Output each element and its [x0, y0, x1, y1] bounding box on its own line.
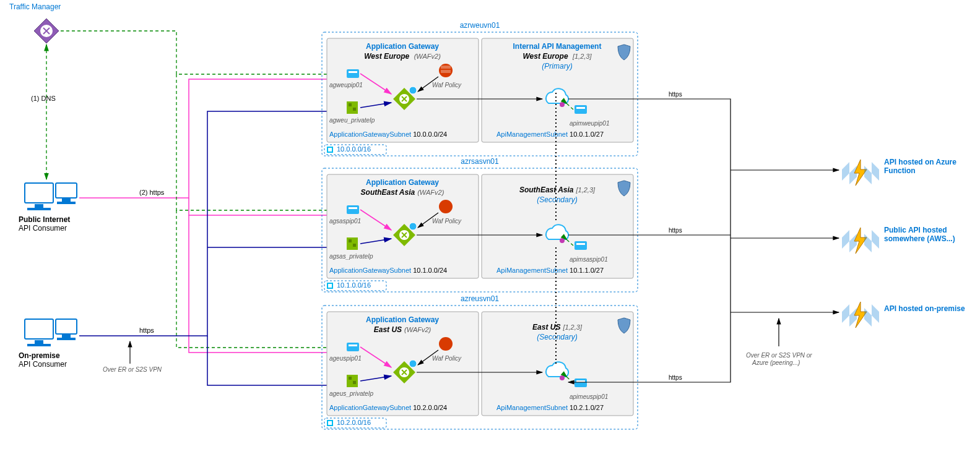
apim-subnet-cidr: 10.1.1.0/27: [570, 267, 604, 274]
apim-role: (Primary): [542, 62, 572, 71]
appgw-subnet-cidr: 10.1.0.0/24: [413, 267, 447, 274]
svg-point-78: [560, 375, 565, 380]
appgw-privateip: agsas_privateIp: [329, 253, 373, 260]
appgw-subnet-label: ApplicationGatewaySubnet: [329, 404, 411, 411]
svg-marker-87: [864, 304, 879, 327]
svg-rect-70: [353, 381, 356, 384]
svg-rect-35: [575, 105, 587, 114]
svg-point-73: [409, 360, 417, 367]
waf-icon: [439, 200, 453, 213]
svg-rect-4: [35, 204, 43, 208]
svg-rect-41: [328, 284, 332, 288]
appgw-region: SouthEast Asia: [361, 188, 415, 197]
svg-text:East US[1,2,3]: East US[1,2,3]: [532, 323, 583, 331]
svg-rect-24: [353, 108, 356, 111]
apim-zones: [1,2,3]: [562, 323, 583, 331]
https-right-1: https: [669, 91, 682, 98]
appgw-subnet-label: ApplicationGatewaySubnet: [329, 130, 411, 138]
appgw-title: Application Gateway: [366, 315, 439, 324]
function-icon: [842, 160, 879, 186]
svg-text:ApplicationGatewaySubnet 10.2.: ApplicationGatewaySubnet 10.2.0.0/24: [329, 404, 447, 411]
svg-rect-5: [27, 208, 51, 210]
vnet-cidr: 10.2.0.0/16: [337, 419, 371, 426]
svg-text:ApplicationGatewaySubnet 10.1.: ApplicationGatewaySubnet 10.1.0.0/24: [329, 267, 447, 274]
svg-rect-3: [56, 183, 77, 198]
svg-rect-36: [576, 107, 585, 109]
apim-title: Internal API Management: [513, 42, 602, 51]
appgw-pip: agsaspip01: [329, 218, 361, 224]
apim-pip-label: apimsaspip01: [570, 256, 608, 263]
apim-region: SouthEast Asia: [519, 186, 574, 194]
apim-subnet-label: ApiManagementSubnet: [497, 267, 568, 274]
appgw-subnet-label: ApplicationGatewaySubnet: [329, 267, 411, 274]
appgw-subnet-cidr: 10.0.0.0/24: [413, 130, 447, 138]
apim-pip-icon: [575, 241, 587, 250]
pip-icon: [347, 69, 359, 78]
https-onprem-label: https: [139, 327, 154, 334]
svg-rect-79: [575, 378, 587, 387]
appgw-sku: (WAFv2): [417, 189, 444, 196]
apim-zones: [1,2,3]: [572, 53, 592, 60]
svg-rect-29: [441, 66, 451, 69]
svg-rect-63: [328, 421, 332, 425]
svg-text:SouthEast Asia(WAFv2): SouthEast Asia(WAFv2): [361, 188, 444, 197]
svg-rect-11: [27, 344, 51, 346]
nsg-icon: [347, 237, 358, 250]
svg-rect-30: [441, 70, 451, 73]
svg-rect-17: [328, 148, 332, 152]
svg-rect-2: [25, 183, 53, 203]
https-pub-label: (2) https: [139, 189, 165, 196]
nsg-icon: [347, 101, 358, 114]
api-2-label: API hosted on-premise: [884, 304, 965, 313]
onprem-icon: [25, 319, 77, 346]
svg-text:West Europe
      [1,2,3]: West Europe [1,2,3]: [523, 52, 592, 61]
apim-pip-label: apimweupip01: [570, 120, 610, 127]
svg-rect-22: [347, 101, 358, 114]
waf-label: Waf Policy: [432, 355, 462, 362]
svg-rect-45: [349, 207, 357, 209]
vnet-cidr: 10.0.0.0/16: [337, 145, 371, 153]
svg-text:SouthEast Asia[1,2,3]: SouthEast Asia[1,2,3]: [519, 186, 596, 194]
onprem-title: On-premise: [19, 351, 60, 360]
vnet-azreusvn01: azreusvn01 10.2.0.0/16 Application Gatew…: [322, 294, 638, 429]
appgw-sku: (WAFv2): [404, 326, 431, 333]
traffic-manager-icon: [34, 19, 59, 43]
svg-point-51: [409, 223, 417, 230]
apim-pip-label: apimeuspip01: [570, 393, 608, 400]
public-internet-sub: API Consumer: [19, 224, 67, 233]
waf-icon: [439, 64, 453, 77]
svg-rect-67: [349, 344, 357, 346]
svg-rect-47: [349, 239, 352, 242]
apim-subnet-label: ApiManagementSubnet: [497, 404, 568, 411]
https-right-2: https: [669, 227, 682, 234]
https-right-3: https: [669, 374, 682, 381]
svg-rect-58: [576, 243, 585, 245]
svg-rect-46: [347, 237, 358, 250]
nsg-icon: [347, 375, 358, 387]
apim-subnet-label: ApiManagementSubnet: [497, 130, 568, 138]
svg-point-52: [439, 200, 453, 213]
api-0-label: API hosted on AzureFunction: [884, 158, 956, 175]
vnet-name: azrweuvn01: [460, 21, 500, 30]
svg-rect-8: [25, 319, 53, 339]
svg-text:ApiManagementSubnet 10.0.1.0/2: ApiManagementSubnet 10.0.1.0/27: [497, 130, 604, 138]
apim-region: East US: [532, 323, 560, 331]
vnet-azrsasvn01: azrsasvn01 10.1.0.0/16 Application Gatew…: [322, 157, 638, 292]
dns-label: (1) DNS: [31, 95, 56, 102]
appgw-region: West Europe: [364, 52, 409, 61]
svg-rect-6: [62, 198, 71, 202]
svg-rect-69: [349, 377, 352, 380]
svg-rect-13: [57, 338, 76, 340]
svg-text:ApiManagementSubnet 10.2.1.0/2: ApiManagementSubnet 10.2.1.0/27: [497, 404, 604, 411]
appgw-region: East US: [374, 325, 402, 334]
apim-pip-icon: [575, 378, 587, 387]
apim-zones: [1,2,3]: [576, 186, 596, 194]
svg-text:ApplicationGatewaySubnet 10.0.: ApplicationGatewaySubnet 10.0.0.0/24: [329, 130, 447, 138]
apim-pip-icon: [575, 105, 587, 114]
svg-point-34: [560, 102, 565, 107]
svg-point-27: [409, 87, 417, 94]
svg-rect-12: [62, 334, 71, 338]
vnet-azrweuvn01: azrweuvn01 10.0.0.0/16 Application Gatew…: [322, 21, 638, 156]
apim-subnet-cidr: 10.0.1.0/27: [570, 130, 604, 138]
svg-rect-21: [349, 71, 357, 73]
